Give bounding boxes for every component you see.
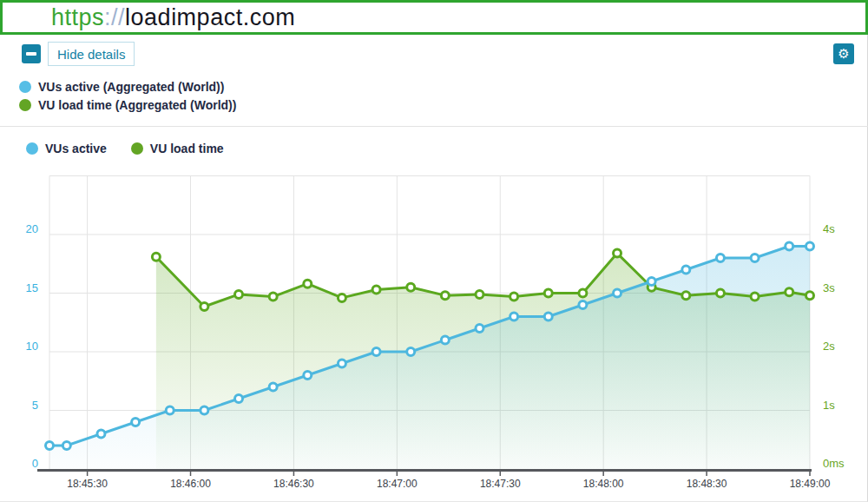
svg-text:18:47:00: 18:47:00 bbox=[377, 478, 418, 490]
svg-text:4s: 4s bbox=[823, 222, 835, 235]
url-separator: :// bbox=[104, 4, 125, 30]
legend-item-vu-load-time: VU load time (Aggregated (World)) bbox=[19, 96, 236, 114]
gear-icon: ⚙ bbox=[838, 46, 849, 62]
chart-legend-item-vus-active[interactable]: VUs active bbox=[26, 141, 107, 156]
settings-button[interactable]: ⚙ bbox=[833, 43, 854, 64]
chart-legend-label: VUs active bbox=[45, 142, 107, 155]
time-series-chart[interactable]: 18:45:3018:46:0018:46:3018:47:0018:47:30… bbox=[0, 169, 868, 502]
url-domain: loadimpact.com bbox=[125, 4, 295, 30]
chart-legend: VUs active VU load time bbox=[26, 141, 224, 156]
load-test-result-panel: https://loadimpact.com Hide details ⚙ VU… bbox=[0, 0, 868, 502]
svg-text:3s: 3s bbox=[823, 281, 835, 294]
legend-label: VU load time (Aggregated (World)) bbox=[38, 98, 236, 112]
section-divider bbox=[0, 126, 868, 127]
minus-icon bbox=[26, 52, 36, 56]
hide-details-label: Hide details bbox=[57, 47, 125, 62]
svg-text:18:48:00: 18:48:00 bbox=[583, 478, 624, 490]
svg-text:10: 10 bbox=[26, 340, 38, 353]
chart-legend-label: VU load time bbox=[150, 142, 224, 155]
detail-legend: VUs active (Aggregated (World)) VU load … bbox=[19, 78, 236, 115]
vu-load-time-dot-icon bbox=[19, 99, 31, 111]
svg-text:0ms: 0ms bbox=[823, 457, 845, 470]
legend-item-vus-active: VUs active (Aggregated (World)) bbox=[19, 78, 236, 96]
url-bar[interactable]: https://loadimpact.com bbox=[0, 0, 868, 35]
vus-active-dot-icon bbox=[26, 142, 38, 155]
vus-active-dot-icon bbox=[19, 81, 31, 93]
svg-text:18:46:00: 18:46:00 bbox=[170, 478, 211, 490]
svg-text:18:47:30: 18:47:30 bbox=[480, 478, 521, 490]
svg-text:5: 5 bbox=[32, 399, 38, 412]
vu-load-time-dot-icon bbox=[131, 142, 143, 155]
legend-label: VUs active (Aggregated (World)) bbox=[38, 80, 224, 94]
svg-text:18:48:30: 18:48:30 bbox=[687, 478, 727, 490]
svg-text:15: 15 bbox=[26, 281, 38, 294]
svg-text:0: 0 bbox=[32, 457, 38, 470]
svg-text:18:49:00: 18:49:00 bbox=[790, 478, 831, 490]
collapse-button[interactable] bbox=[22, 44, 41, 63]
svg-text:1s: 1s bbox=[823, 399, 835, 412]
hide-details-button[interactable]: Hide details bbox=[48, 42, 135, 66]
svg-text:18:45:30: 18:45:30 bbox=[67, 478, 108, 490]
chart-legend-item-vu-load-time[interactable]: VU load time bbox=[131, 141, 224, 156]
svg-text:20: 20 bbox=[26, 222, 38, 235]
svg-text:2s: 2s bbox=[823, 340, 835, 353]
svg-text:18:46:30: 18:46:30 bbox=[273, 478, 314, 490]
url-protocol: https bbox=[51, 4, 104, 30]
